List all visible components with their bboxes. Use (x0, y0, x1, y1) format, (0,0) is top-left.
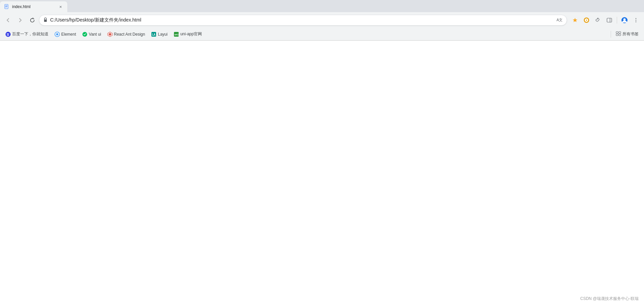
all-bookmarks-label: 所有书签 (622, 31, 639, 37)
lock-icon (43, 17, 47, 23)
watermark: CSDN @瑞晟技术服务中心-联瑞 (580, 296, 639, 302)
svg-rect-28 (619, 34, 621, 36)
profile-button[interactable] (619, 15, 630, 26)
translate-icon[interactable]: A文 (557, 17, 563, 24)
all-bookmarks-button[interactable]: 所有书签 (613, 30, 641, 38)
bookmark-vant-label: Vant ui (89, 32, 101, 37)
svg-text:A文: A文 (557, 18, 563, 22)
svg-text:LA: LA (152, 33, 155, 36)
bookmark-baidu-label: 百度一下，你就知道 (12, 31, 48, 37)
bookmark-layui[interactable]: LA Layui (148, 30, 170, 38)
element-icon (55, 32, 60, 37)
address-bar-row: A文 (0, 12, 644, 28)
layui-icon: LA (151, 32, 156, 37)
toolbar-divider (617, 17, 617, 24)
svg-rect-27 (616, 34, 618, 36)
url-input[interactable] (50, 17, 554, 23)
bookmark-baidu[interactable]: 百 百度一下，你就知道 (3, 30, 51, 38)
bookmark-uniapp-label: uni-app官网 (180, 31, 202, 37)
svg-point-13 (636, 22, 636, 22)
svg-point-17 (56, 33, 58, 35)
address-bar[interactable]: A文 (39, 15, 567, 26)
browser-chrome: index.html ✕ (0, 0, 644, 41)
svg-rect-4 (44, 20, 47, 22)
forward-button[interactable] (15, 15, 26, 26)
svg-text:百: 百 (6, 33, 10, 36)
bookmark-star-button[interactable] (570, 15, 580, 26)
fox-extension-button[interactable] (581, 15, 592, 26)
bookmark-element-label: Element (61, 32, 76, 37)
bookmark-layui-label: Layui (158, 32, 168, 37)
svg-rect-25 (616, 32, 618, 33)
bookmark-vant[interactable]: Vant ui (79, 30, 104, 38)
antdesign-icon (107, 32, 113, 37)
bookmark-antdesign-label: React Ant Design (114, 32, 145, 37)
vant-icon (82, 32, 87, 37)
svg-rect-7 (607, 18, 612, 22)
extensions-button[interactable] (593, 15, 603, 26)
tab-favicon (4, 4, 9, 9)
svg-point-12 (636, 20, 636, 21)
tab-bar: index.html ✕ (0, 0, 644, 12)
sidebar-button[interactable] (604, 15, 615, 26)
bookmark-antdesign[interactable]: React Ant Design (105, 30, 148, 38)
svg-point-10 (623, 18, 626, 21)
svg-text:uni: uni (174, 33, 179, 36)
svg-marker-20 (109, 33, 111, 36)
svg-point-11 (636, 18, 636, 19)
tab-close-button[interactable]: ✕ (58, 4, 63, 9)
watermark-text: CSDN @瑞晟技术服务中心-联瑞 (580, 296, 639, 301)
active-tab[interactable]: index.html ✕ (0, 1, 67, 12)
svg-rect-26 (619, 32, 621, 33)
all-bookmarks-icon (616, 31, 621, 37)
reload-button[interactable] (27, 15, 38, 26)
page-content (0, 41, 644, 307)
bookmark-element[interactable]: Element (52, 30, 79, 38)
bookmark-uniapp[interactable]: uni uni-app官网 (171, 30, 205, 38)
bookmarks-bar: 百 百度一下，你就知道 Element Vant u (0, 28, 644, 40)
uniapp-icon: uni (174, 32, 179, 37)
back-button[interactable] (3, 15, 13, 26)
bookmarks-divider (611, 31, 611, 38)
menu-button[interactable] (631, 15, 641, 26)
tab-title: index.html (12, 4, 55, 9)
baidu-icon: 百 (5, 32, 11, 37)
right-toolbar (570, 15, 641, 26)
